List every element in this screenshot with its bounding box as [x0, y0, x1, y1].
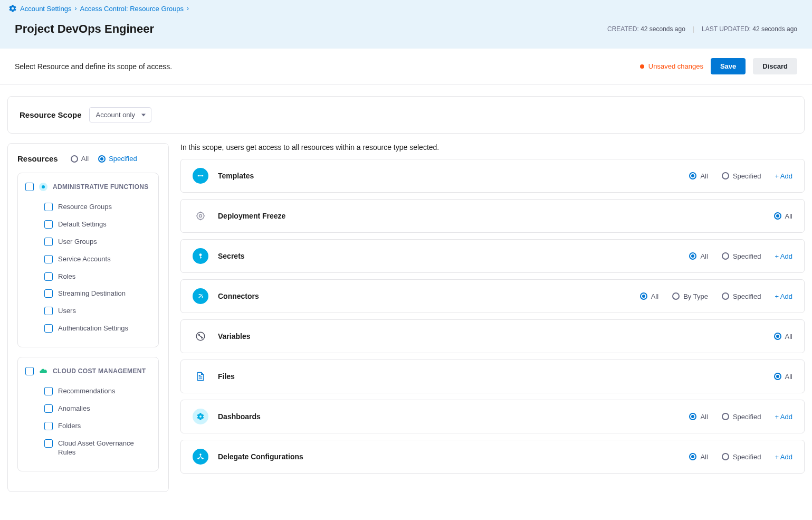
- created-value: 42 seconds ago: [641, 25, 685, 33]
- item-checkbox[interactable]: [44, 307, 53, 315]
- breadcrumb-root-link[interactable]: Account Settings: [20, 5, 72, 13]
- resource-checkbox-item[interactable]: Anomalies: [25, 400, 151, 418]
- option-label: All: [785, 373, 792, 381]
- delegate-icon: [193, 449, 208, 465]
- resource-checkbox-item[interactable]: Recommendations: [25, 383, 151, 400]
- chevron-right-icon: ›: [187, 5, 189, 12]
- item-checkbox[interactable]: [44, 404, 53, 413]
- option-specified[interactable]: Specified: [722, 172, 761, 180]
- scope-label: Resource Scope: [20, 110, 82, 119]
- resource-options: AllSpecified+ Add: [689, 413, 792, 421]
- svg-point-9: [198, 334, 199, 335]
- svg-point-11: [199, 453, 201, 455]
- option-specified[interactable]: Specified: [722, 292, 761, 300]
- add-link[interactable]: + Add: [775, 292, 792, 300]
- item-checkbox[interactable]: [44, 422, 53, 430]
- item-checkbox[interactable]: [44, 272, 53, 281]
- resource-checkbox-item[interactable]: Folders: [25, 418, 151, 435]
- resource-checkbox-item[interactable]: Default Settings: [25, 216, 151, 233]
- item-checkbox[interactable]: [44, 387, 53, 395]
- option-all[interactable]: All: [774, 333, 792, 341]
- option-label: Specified: [733, 413, 761, 421]
- group-name: CLOUD COST MANAGEMENT: [53, 367, 146, 375]
- item-label: Resource Groups: [58, 203, 112, 212]
- discard-button[interactable]: Discard: [753, 58, 797, 74]
- option-all[interactable]: All: [689, 413, 708, 421]
- page-title: Project DevOps Engineer: [15, 22, 154, 36]
- resource-checkbox-item[interactable]: Service Accounts: [25, 251, 151, 268]
- item-label: Service Accounts: [58, 255, 111, 264]
- item-checkbox[interactable]: [44, 289, 53, 298]
- resource-checkbox-item[interactable]: Authentication Settings: [25, 320, 151, 337]
- svg-point-3: [197, 212, 204, 219]
- option-all[interactable]: All: [689, 172, 708, 180]
- option-specified[interactable]: Specified: [722, 413, 761, 421]
- item-checkbox[interactable]: [44, 255, 53, 263]
- option-all[interactable]: All: [640, 292, 658, 300]
- item-checkbox[interactable]: [44, 439, 53, 448]
- option-all[interactable]: All: [689, 252, 708, 260]
- dashboards-icon: [193, 409, 208, 424]
- add-link[interactable]: + Add: [775, 252, 792, 260]
- resource-name: Files: [218, 372, 235, 381]
- item-checkbox[interactable]: [44, 220, 53, 229]
- option-label: Specified: [733, 252, 761, 260]
- resource-checkbox-item[interactable]: Roles: [25, 268, 151, 286]
- add-link[interactable]: + Add: [775, 453, 792, 461]
- svg-point-4: [199, 215, 202, 218]
- updated-label: LAST UPDATED:: [702, 25, 751, 33]
- option-specified[interactable]: Specified: [722, 252, 761, 260]
- updated-value: 42 seconds ago: [752, 25, 797, 33]
- resource-checkbox-item[interactable]: Users: [25, 302, 151, 320]
- resource-options: AllSpecified+ Add: [689, 252, 792, 260]
- option-by_type[interactable]: By Type: [672, 292, 708, 300]
- item-label: User Groups: [58, 238, 97, 247]
- item-label: Anomalies: [58, 404, 90, 413]
- resource-scope-card: Resource Scope Account only: [7, 96, 805, 134]
- radio-specified[interactable]: Specified: [98, 155, 137, 163]
- resource-row: VariablesAll: [180, 319, 805, 353]
- svg-rect-2: [198, 175, 203, 176]
- radio-all[interactable]: All: [71, 155, 89, 163]
- option-all[interactable]: All: [774, 212, 792, 220]
- item-checkbox[interactable]: [44, 203, 53, 211]
- variables-icon: [193, 328, 208, 344]
- radio-specified-label: Specified: [109, 155, 137, 163]
- item-label: Cloud Asset Governance Rules: [58, 439, 151, 457]
- item-checkbox[interactable]: [44, 324, 53, 333]
- item-label: Streaming Destination: [58, 289, 126, 298]
- option-all[interactable]: All: [689, 453, 708, 461]
- option-all[interactable]: All: [774, 373, 792, 381]
- resource-checkbox-item[interactable]: User Groups: [25, 233, 151, 251]
- resource-name: Variables: [218, 332, 251, 341]
- option-label: All: [700, 172, 708, 180]
- option-specified[interactable]: Specified: [722, 453, 761, 461]
- radio-all-label: All: [81, 155, 89, 163]
- save-button[interactable]: Save: [711, 58, 746, 74]
- meta-info: CREATED: 42 seconds ago | LAST UPDATED: …: [607, 25, 797, 33]
- resource-row: FilesAll: [180, 360, 805, 393]
- resource-checkbox-item[interactable]: Streaming Destination: [25, 285, 151, 302]
- option-label: Specified: [733, 172, 761, 180]
- resource-row: DashboardsAllSpecified+ Add: [180, 400, 805, 433]
- resource-checkbox-item[interactable]: Resource Groups: [25, 198, 151, 216]
- freeze-icon: [193, 208, 208, 224]
- category-icon: [39, 183, 47, 191]
- resource-options: AllSpecified+ Add: [689, 453, 792, 461]
- templates-icon: [193, 168, 208, 184]
- resource-checkbox-item[interactable]: Cloud Asset Governance Rules: [25, 435, 151, 461]
- files-icon: [193, 368, 208, 384]
- group-name: ADMINISTRATIVE FUNCTIONS: [53, 183, 149, 191]
- add-link[interactable]: + Add: [775, 413, 792, 421]
- group-card-ccm: CLOUD COST MANAGEMENTRecommendationsAnom…: [17, 357, 159, 471]
- scope-select[interactable]: Account only: [89, 107, 151, 122]
- item-checkbox[interactable]: [44, 238, 53, 246]
- breadcrumb-section-link[interactable]: Access Control: Resource Groups: [80, 5, 184, 13]
- item-label: Authentication Settings: [58, 324, 128, 333]
- resource-options: All: [774, 373, 792, 381]
- group-checkbox[interactable]: [25, 367, 34, 375]
- add-link[interactable]: + Add: [775, 172, 792, 180]
- item-label: Roles: [58, 272, 75, 281]
- item-label: Default Settings: [58, 220, 107, 229]
- group-checkbox[interactable]: [25, 183, 34, 191]
